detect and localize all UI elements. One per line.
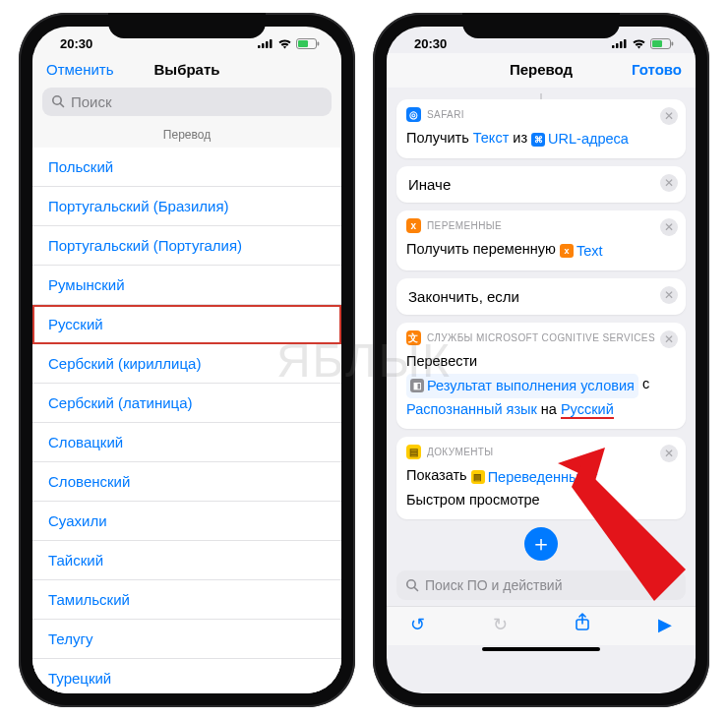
action-safari[interactable]: ✕ ◎SAFARI Получить Текст из ⌘URL-адреса [396, 99, 686, 159]
language-row[interactable]: Телугу [32, 620, 341, 659]
translated-text-token[interactable]: ▤Переведенный т [471, 466, 598, 489]
status-time: 20:30 [414, 36, 447, 51]
detected-language-token[interactable]: Распознанный язык [406, 401, 537, 417]
action-get-variable[interactable]: ✕ xПЕРЕМЕННЫЕ Получить переменную xText [396, 210, 686, 270]
remove-action-icon[interactable]: ✕ [660, 107, 678, 125]
svg-line-8 [60, 103, 63, 106]
screen-right: 20:30 Перевод Готово ✕ ◎SAFARI Получить … [387, 27, 696, 693]
variable-icon: x [406, 218, 421, 233]
nav-bar: Перевод Готово [387, 53, 696, 88]
language-row[interactable]: Русский [32, 305, 341, 344]
language-row[interactable]: Тайский [32, 541, 341, 580]
flow-icon: ◧ [410, 379, 424, 392]
wifi-icon [632, 38, 646, 49]
share-button[interactable] [575, 613, 590, 635]
nav-title: Выбрать [154, 61, 220, 78]
language-row[interactable]: Сербский (кириллица) [32, 344, 341, 384]
remove-action-icon[interactable]: ✕ [660, 330, 678, 348]
svg-rect-11 [620, 41, 623, 48]
search-field[interactable]: Поиск [42, 88, 332, 116]
cellular-icon [612, 38, 628, 48]
remove-action-icon[interactable]: ✕ [660, 445, 678, 462]
editor-toolbar: ↺ ↻ ▶ [387, 606, 696, 645]
language-row[interactable]: Словенский [32, 462, 341, 502]
language-row[interactable]: Португальский (Португалия) [32, 226, 341, 266]
notch [108, 13, 266, 38]
language-row[interactable]: Суахили [32, 502, 341, 541]
status-time: 20:30 [60, 36, 92, 51]
done-button[interactable]: Готово [632, 61, 682, 78]
language-list: ПольскийПортугальский (Бразилия)Португал… [32, 148, 341, 693]
svg-rect-12 [624, 39, 627, 48]
action-show-document[interactable]: ✕ ▤ДОКУМЕНТЫ Показать ▤Переведенный т Бы… [396, 437, 686, 519]
svg-rect-15 [672, 41, 674, 45]
language-row[interactable]: Турецкий [32, 659, 341, 693]
cellular-icon [258, 38, 273, 48]
link-icon: ⌘ [531, 133, 545, 147]
language-row[interactable]: Румынский [32, 266, 341, 305]
translate-icon: 文 [406, 330, 421, 345]
battery-icon [650, 38, 674, 49]
search-icon [405, 578, 419, 592]
cancel-button[interactable]: Отменить [46, 61, 114, 78]
notch [462, 13, 620, 38]
nav-bar: Отменить Выбрать [32, 53, 341, 88]
safari-icon: ◎ [406, 107, 421, 122]
run-button[interactable]: ▶ [658, 614, 672, 635]
wifi-icon [277, 38, 292, 49]
action-translate[interactable]: ✕ 文СЛУЖБЫ MICROSOFT COGNITIVE SERVICES П… [396, 323, 686, 429]
language-row[interactable]: Словацкий [32, 423, 341, 462]
documents-icon: ▤ [406, 445, 421, 459]
text-token[interactable]: Текст [473, 130, 510, 146]
svg-rect-2 [266, 41, 269, 48]
if-result-token[interactable]: ◧Результат выполнения условия [406, 374, 638, 398]
action-end-if[interactable]: ✕ Закончить, если [396, 278, 686, 315]
home-indicator [482, 647, 600, 651]
target-language-token[interactable]: Русский [561, 401, 614, 419]
remove-action-icon[interactable]: ✕ [660, 286, 678, 304]
redo-button[interactable]: ↻ [493, 614, 508, 635]
svg-rect-6 [318, 41, 320, 45]
phone-right: 20:30 Перевод Готово ✕ ◎SAFARI Получить … [373, 13, 709, 707]
remove-action-icon[interactable]: ✕ [660, 174, 678, 192]
url-variable-token[interactable]: ⌘URL-адреса [531, 128, 629, 150]
action-else[interactable]: ✕ Иначе [396, 166, 686, 203]
svg-rect-1 [262, 43, 265, 48]
search-icon [51, 94, 65, 108]
undo-button[interactable]: ↺ [410, 614, 425, 635]
var-icon: x [560, 244, 574, 258]
svg-rect-0 [258, 45, 261, 48]
battery-icon [296, 38, 320, 49]
variable-token[interactable]: xText [560, 240, 603, 263]
screen-left: 20:30 Отменить Выбрать Поиск Перевод Пол… [32, 27, 341, 693]
search-placeholder: Поиск [71, 93, 112, 110]
action-search-field[interactable]: Поиск ПО и действий [396, 570, 686, 600]
doc-icon: ▤ [471, 470, 485, 484]
language-row[interactable]: Португальский (Бразилия) [32, 187, 341, 226]
svg-line-18 [414, 587, 417, 590]
svg-rect-5 [298, 40, 308, 47]
svg-rect-10 [616, 43, 619, 48]
shortcut-content: ✕ ◎SAFARI Получить Текст из ⌘URL-адреса … [387, 88, 696, 562]
svg-rect-14 [652, 40, 662, 47]
svg-rect-3 [270, 39, 273, 48]
language-row[interactable]: Сербский (латиница) [32, 384, 341, 423]
nav-title: Перевод [510, 61, 573, 78]
language-row[interactable]: Польский [32, 148, 341, 187]
section-header: Перевод [32, 124, 341, 148]
add-action-button[interactable]: ＋ [524, 527, 558, 561]
phone-left: 20:30 Отменить Выбрать Поиск Перевод Пол… [19, 13, 355, 707]
remove-action-icon[interactable]: ✕ [660, 218, 678, 236]
svg-rect-9 [612, 45, 615, 48]
language-row[interactable]: Тамильский [32, 580, 341, 620]
action-search-placeholder: Поиск ПО и действий [425, 577, 563, 593]
